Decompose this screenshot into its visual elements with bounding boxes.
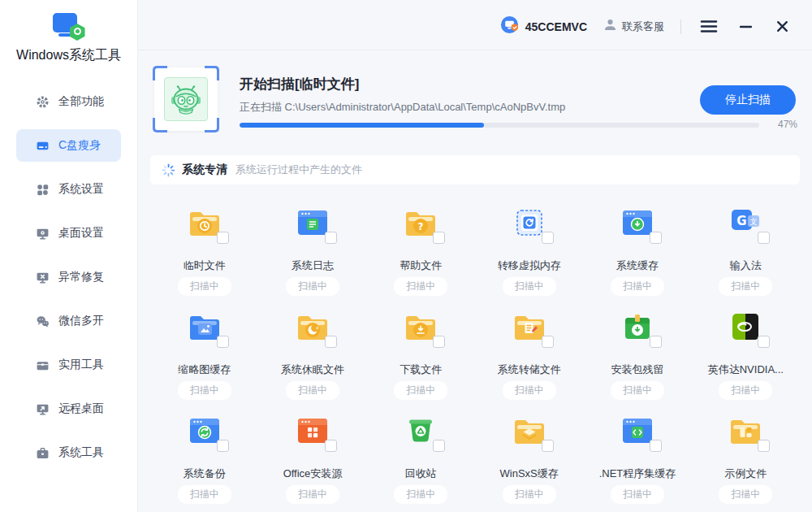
person-icon — [603, 18, 617, 35]
sidebar-item-label: 异常修复 — [58, 270, 104, 284]
grid-item-label: 系统缓存 — [583, 258, 691, 273]
grid-item-help-files[interactable]: ?帮助文件扫描中 — [367, 198, 475, 302]
svg-text:文: 文 — [750, 218, 758, 226]
contact-support-label: 联系客服 — [622, 20, 664, 34]
status-badge: 扫描中 — [719, 485, 772, 504]
minimize-icon[interactable] — [734, 15, 757, 38]
checkbox[interactable] — [433, 440, 445, 452]
account-button[interactable]: 45CCEMVC — [500, 15, 587, 37]
checkbox[interactable] — [758, 440, 770, 452]
sidebar-item-label: 全部功能 — [58, 94, 104, 109]
account-name: 45CCEMVC — [525, 20, 587, 33]
grid-item-input-method[interactable]: G文输入法扫描中 — [692, 198, 800, 302]
sidebar-item-c-drive-slim[interactable]: C盘瘦身 — [16, 129, 121, 162]
checkbox[interactable] — [758, 232, 770, 244]
sidebar-item-label: 系统设置 — [58, 182, 104, 197]
grid-item-nvidia-cache[interactable]: 英伟达NVIDIA...扫描中 — [692, 302, 800, 406]
status-badge: 扫描中 — [394, 381, 447, 400]
checkbox[interactable] — [325, 232, 337, 244]
status-badge: 扫描中 — [611, 277, 664, 296]
grid-item-label: 系统日志 — [258, 258, 366, 273]
sidebar-item-label: 实用工具 — [58, 358, 104, 372]
checkbox[interactable] — [217, 336, 229, 348]
user-badge-icon — [500, 15, 519, 37]
progress-percent: 47% — [778, 119, 797, 130]
grid-item-label: 回收站 — [367, 466, 475, 481]
sidebar-item-error-repair[interactable]: 异常修复 — [16, 261, 121, 293]
scan-progress-bar — [240, 123, 759, 128]
titlebar: 45CCEMVC 联系客服 — [138, 0, 812, 50]
sidebar-nav: 全部功能C盘瘦身系统设置桌面设置异常修复微信多开实用工具远程桌面系统工具 — [0, 85, 137, 469]
status-badge: 扫描中 — [611, 485, 664, 504]
sidebar-item-system-settings[interactable]: 系统设置 — [16, 173, 121, 206]
section-subtitle: 系统运行过程中产生的文件 — [235, 163, 362, 177]
checkbox[interactable] — [433, 232, 445, 244]
section-title: 系统专清 — [182, 163, 227, 177]
scan-title: 开始扫描[临时文件] — [240, 75, 359, 93]
status-badge: 扫描中 — [503, 485, 556, 504]
grid-item-label: 系统休眠文件 — [258, 362, 366, 377]
grid-item-installer-leftovers[interactable]: 安装包残留扫描中 — [583, 302, 691, 406]
checkbox[interactable] — [650, 232, 662, 244]
svg-text:z: z — [316, 325, 318, 330]
checkbox[interactable] — [650, 440, 662, 452]
sidebar-item-desktop-settings[interactable]: 桌面设置 — [16, 217, 121, 249]
sidebar-item-wechat-multi[interactable]: 微信多开 — [16, 305, 121, 337]
grid-item-label: 转移虚拟内存 — [475, 258, 583, 273]
grid-item-label: 下载文件 — [367, 362, 475, 377]
status-badge: 扫描中 — [286, 381, 339, 400]
grid-item-download-files[interactable]: 下载文件扫描中 — [367, 302, 475, 406]
checkbox[interactable] — [217, 232, 229, 244]
checkbox[interactable] — [542, 232, 554, 244]
desktop-gear-icon — [36, 227, 50, 241]
contact-support-button[interactable]: 联系客服 — [603, 18, 664, 35]
checkbox[interactable] — [542, 440, 554, 452]
grid-item-recycle-bin[interactable]: 回收站扫描中 — [367, 406, 475, 510]
status-badge: 扫描中 — [719, 381, 772, 400]
checkbox[interactable] — [325, 336, 337, 348]
grid-item-temp-files[interactable]: 临时文件扫描中 — [150, 198, 258, 302]
progress-fill — [240, 123, 484, 128]
app-title: Windows系统工具 — [0, 47, 137, 64]
sidebar-item-label: 远程桌面 — [58, 401, 104, 416]
checkbox[interactable] — [542, 336, 554, 348]
grid-item-dump-files[interactable]: 系统转储文件扫描中 — [475, 302, 583, 406]
sidebar-item-remote-desktop[interactable]: 远程桌面 — [16, 393, 121, 425]
grid-item-office-source[interactable]: Office安装源扫描中 — [258, 406, 366, 510]
grid-item-hibernation-file[interactable]: z系统休眠文件扫描中 — [258, 302, 366, 406]
hamburger-menu-icon[interactable] — [698, 15, 720, 38]
grid-item-label: Office安装源 — [258, 466, 366, 481]
sidebar-item-all-features[interactable]: 全部功能 — [16, 85, 121, 118]
status-badge: 扫描中 — [719, 277, 772, 296]
checkbox[interactable] — [433, 336, 445, 348]
stop-scan-button[interactable]: 停止扫描 — [700, 85, 796, 115]
scan-status-text: 正在扫描 C:\Users\Administrator\AppData\Loca… — [240, 100, 565, 115]
briefcase-icon — [36, 446, 50, 460]
checkbox[interactable] — [325, 440, 337, 452]
grid-item-system-logs[interactable]: 系统日志扫描中 — [258, 198, 366, 302]
status-badge: 扫描中 — [503, 381, 556, 400]
grid-item-system-cache[interactable]: 系统缓存扫描中 — [583, 198, 691, 302]
section-banner: 系统专清 系统运行过程中产生的文件 — [150, 155, 800, 184]
grid-item-sample-files[interactable]: 示例文件扫描中 — [692, 406, 800, 510]
toolbox-icon — [36, 358, 50, 372]
sidebar-item-system-tools[interactable]: 系统工具 — [16, 436, 121, 469]
checkbox[interactable] — [650, 336, 662, 348]
grid-item-virtual-memory-transfer[interactable]: 转移虚拟内存扫描中 — [475, 198, 583, 302]
titlebar-divider — [680, 20, 681, 34]
checkbox[interactable] — [217, 440, 229, 452]
grid-item-system-backup[interactable]: 系统备份扫描中 — [150, 406, 258, 510]
grid-item-label: .NET程序集缓存 — [583, 466, 691, 481]
sidebar-item-label: 系统工具 — [58, 445, 104, 460]
checkbox[interactable] — [758, 336, 770, 348]
close-icon[interactable] — [771, 15, 793, 38]
grid-item-thumbnail-cache[interactable]: 缩略图缓存扫描中 — [150, 302, 258, 406]
sidebar-item-utility-tools[interactable]: 实用工具 — [16, 349, 121, 381]
main-content: 开始扫描[临时文件] 正在扫描 C:\Users\Administrator\A… — [138, 50, 812, 512]
sidebar-item-label: 桌面设置 — [58, 226, 104, 241]
grid-item-dotnet-cache[interactable]: .NET程序集缓存扫描中 — [583, 406, 691, 510]
disk-icon — [36, 139, 50, 153]
grid-item-winsxs-cache[interactable]: WinSxS缓存扫描中 — [475, 406, 583, 510]
status-badge: 扫描中 — [394, 277, 447, 296]
scan-items-grid: 临时文件扫描中系统日志扫描中?帮助文件扫描中转移虚拟内存扫描中系统缓存扫描中G文… — [150, 198, 800, 510]
